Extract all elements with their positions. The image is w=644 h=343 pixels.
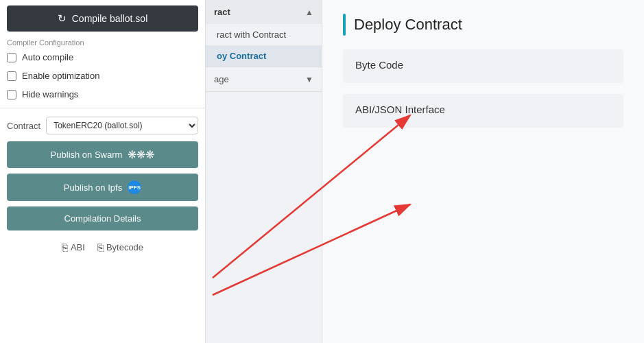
copy-bytecode-icon (97, 241, 104, 253)
middle-section-2: age ▼ (206, 67, 322, 92)
compilation-details-label: Compilation Details (64, 213, 141, 224)
publish-swarm-button[interactable]: Publish on Swarm ❋❋❋ (7, 141, 198, 168)
abi-icon-item[interactable]: ABI (62, 241, 85, 253)
middle-item-deploy[interactable]: oy Contract (206, 45, 322, 67)
middle-section-1: ract ▲ ract with Contract oy Contract (206, 0, 322, 67)
hide-warnings-row: Hide warnings (0, 85, 205, 104)
title-accent (343, 14, 346, 36)
enable-optimization-checkbox[interactable] (7, 71, 16, 81)
bottom-icons-row: ABI Bytecode (0, 236, 205, 259)
swarm-icon: ❋❋❋ (128, 148, 154, 161)
auto-compile-checkbox[interactable] (7, 53, 16, 62)
compile-button-label: Compile ballot.sol (72, 13, 148, 24)
abi-label: ABI (71, 242, 85, 252)
byte-code-label: Byte Code (355, 59, 611, 71)
chevron-up-icon: ▲ (305, 8, 313, 17)
byte-code-block: Byte Code (343, 49, 623, 83)
enable-optimization-row: Enable optimization (0, 67, 205, 85)
hide-warnings-label: Hide warnings (22, 89, 78, 99)
refresh-icon (58, 12, 67, 25)
publish-ipfs-button[interactable]: Publish on Ipfs IPFS (7, 174, 198, 201)
middle-section-1-title: ract (214, 7, 230, 17)
abi-json-block: ABI/JSON Interface (343, 94, 623, 128)
publish-swarm-label: Publish on Swarm (51, 150, 123, 160)
compiler-config-label: Compiler Configuration (0, 34, 205, 48)
copy-abi-icon (62, 241, 68, 253)
auto-compile-label: Auto compile (22, 52, 73, 62)
chevron-down-icon: ▼ (305, 75, 313, 84)
publish-ipfs-label: Publish on Ipfs (64, 182, 122, 193)
compile-btn-area: Compile ballot.sol (0, 0, 205, 34)
right-panel: Deploy Contract Byte Code ABI/JSON Inter… (322, 0, 644, 343)
contract-select[interactable]: TokenERC20 (ballot.sol) (46, 117, 198, 134)
middle-section-2-header[interactable]: age ▼ (206, 67, 322, 91)
enable-optimization-label: Enable optimization (22, 71, 99, 81)
middle-section-1-header[interactable]: ract ▲ (206, 0, 322, 24)
bytecode-label: Bytecode (106, 242, 143, 252)
deploy-title: Deploy Contract (343, 14, 623, 36)
ipfs-icon: IPFS (128, 180, 141, 194)
hide-warnings-checkbox[interactable] (7, 90, 16, 99)
abi-json-label: ABI/JSON Interface (355, 104, 611, 115)
auto-compile-row: Auto compile (0, 48, 205, 67)
middle-item-interact[interactable]: ract with Contract (206, 24, 322, 45)
contract-label: Contract (7, 121, 40, 131)
divider (0, 108, 205, 108)
left-sidebar: Compile ballot.sol Compiler Configuratio… (0, 0, 206, 343)
middle-panel: ract ▲ ract with Contract oy Contract ag… (206, 0, 322, 343)
compile-button[interactable]: Compile ballot.sol (7, 5, 198, 32)
compilation-details-button[interactable]: Compilation Details (7, 206, 198, 230)
contract-row: Contract TokenERC20 (ballot.sol) (0, 113, 205, 139)
bytecode-icon-item[interactable]: Bytecode (97, 241, 143, 253)
deploy-title-text: Deploy Contract (354, 16, 462, 34)
middle-section-2-title: age (214, 74, 229, 84)
